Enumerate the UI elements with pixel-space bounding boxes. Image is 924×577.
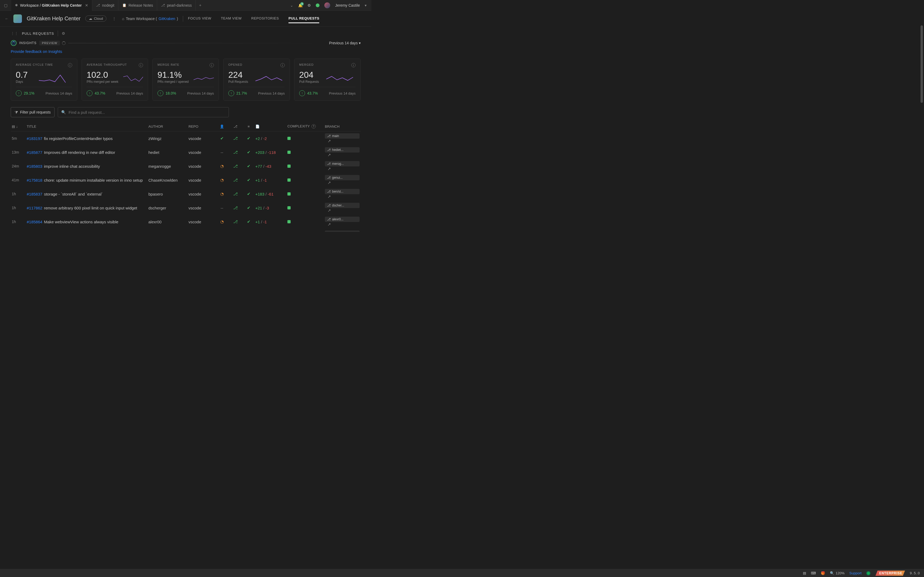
pr-id-link[interactable]: #184268 (27, 231, 42, 232)
branch-icon: ⎇ (327, 231, 331, 232)
table-row[interactable]: 41m #175818chore: update minimum install… (11, 173, 361, 187)
user-name[interactable]: Jeremy Castile (335, 3, 360, 8)
close-icon[interactable]: ✕ (85, 3, 88, 8)
folder-icon[interactable]: ▢ (0, 3, 11, 8)
calendar-icon: ▤ (12, 124, 15, 129)
diff-cell: +183 / -61 (255, 192, 288, 196)
trend: ↑18.0% (157, 90, 176, 96)
repo-cell: vscode (189, 206, 215, 210)
branch-pill[interactable]: ⎇ben/st... (325, 189, 360, 194)
feedback-link[interactable]: Provide feedback on Insights (11, 49, 62, 54)
external-link-icon[interactable]: ↗ (328, 194, 331, 199)
col-complexity[interactable]: COMPLEXITY? (288, 124, 325, 129)
external-link-icon[interactable]: ↗ (328, 153, 331, 157)
loading-icon (62, 41, 66, 45)
branch-pill[interactable]: ⎇dscher... (325, 203, 360, 208)
info-icon[interactable]: i (210, 63, 214, 67)
drag-handle-icon[interactable]: ⋮⋮ (11, 31, 18, 35)
notifications-icon[interactable]: 🔔9 (298, 3, 303, 8)
external-link-icon[interactable]: ↗ (328, 180, 331, 185)
stat-card: AVERAGE THROUGHPUTi 102.0PRs merged per … (82, 58, 148, 101)
tab[interactable]: ⎇pearl-darkness (157, 0, 196, 11)
back-icon[interactable]: ← (5, 16, 8, 21)
card-subtitle: Pull Requests (228, 80, 248, 84)
pr-id-link[interactable]: #185864 (27, 219, 42, 224)
info-icon[interactable]: i (281, 63, 285, 67)
repo-cell: vscode (189, 136, 215, 141)
avatar[interactable] (324, 2, 330, 8)
nav-item[interactable]: PULL REQUESTS (289, 14, 319, 23)
sparkline (253, 73, 285, 84)
clock-icon: ◔ (220, 192, 224, 196)
tab[interactable]: 📋Release Notes (118, 0, 157, 11)
col-branch[interactable]: BRANCH (325, 124, 360, 129)
filter-button[interactable]: ⧩ Filter pull requests (11, 107, 55, 117)
tab[interactable]: ✱Workspace / GitKraken Help Center✕ (11, 0, 92, 11)
tab[interactable]: ⎇nodegit (92, 0, 118, 11)
pr-title-cell: #184268Expose the focused element and ch… (27, 231, 149, 232)
nav-item[interactable]: REPOSITORIES (251, 14, 279, 23)
table-row[interactable]: 13m #185877Improves diff rendering in ne… (11, 145, 361, 159)
chevron-down-icon[interactable]: ⌄ (290, 3, 293, 8)
info-icon[interactable]: i (68, 63, 72, 67)
external-link-icon[interactable]: ↗ (328, 222, 331, 227)
branch-pill[interactable]: ⎇merog... (325, 161, 360, 166)
pr-id-link[interactable]: #185837 (27, 192, 42, 196)
pr-id-link[interactable]: #117862 (27, 206, 42, 210)
table-row[interactable]: 24m #185803improve inline chat accessibi… (11, 159, 361, 173)
branch-pill[interactable]: ⎇genui... (325, 175, 360, 180)
divider (58, 31, 58, 36)
complexity-cell (288, 220, 325, 223)
table-row[interactable]: 1h #185864Make webviewView actions alway… (11, 215, 361, 229)
col-author[interactable]: AUTHOR (149, 124, 189, 129)
time-ago: 24m (12, 164, 27, 168)
more-menu-icon[interactable]: ⋮ (111, 16, 117, 21)
pr-id-link[interactable]: #185803 (27, 164, 42, 169)
section-settings-icon[interactable]: ⚙ (62, 31, 65, 35)
info-icon[interactable]: i (351, 63, 355, 67)
period-dropdown[interactable]: Previous 14 days ▾ (329, 41, 361, 45)
col-repo[interactable]: REPO (189, 124, 215, 129)
branch-pill[interactable]: ⎇tree-vi... (325, 230, 360, 232)
nav-item[interactable]: TEAM VIEW (221, 14, 241, 23)
search-box[interactable]: 🔍 (58, 107, 229, 117)
external-link-icon[interactable]: ↗ (328, 139, 331, 143)
branch-pill[interactable]: ⎇hediet... (325, 147, 360, 153)
info-icon[interactable]: i (139, 63, 143, 67)
complexity-indicator (288, 192, 291, 195)
card-value: 0.7 (16, 70, 27, 80)
nav-item[interactable]: FOCUS VIEW (188, 14, 211, 23)
tab-label: nodegit (102, 3, 115, 8)
search-input[interactable] (68, 107, 225, 117)
table-row[interactable]: 1h #117862remove arbitrary 600 pixel lim… (11, 201, 361, 215)
vertical-scrollbar[interactable] (921, 25, 923, 221)
col-title[interactable]: TITLE (27, 124, 149, 129)
cloud-pill[interactable]: ☁Cloud (85, 16, 107, 22)
scrollbar-thumb[interactable] (921, 25, 923, 103)
pr-id-link[interactable]: #185877 (27, 150, 42, 155)
user-menu-caret-icon[interactable]: ▾ (365, 3, 367, 8)
external-link-icon[interactable]: ↗ (328, 208, 331, 213)
author-cell: zWingz (149, 136, 189, 141)
external-link-icon[interactable]: ↗ (328, 166, 331, 171)
branch-cell: ⎇alexr0...↗ (325, 217, 360, 227)
sort-time[interactable]: ▤↓ (12, 124, 27, 129)
table-row[interactable]: 2h #184268Expose the focused element and… (11, 229, 361, 232)
trend-up-icon: ↑ (16, 90, 22, 96)
pr-id-link[interactable]: #183197 (27, 136, 42, 141)
table-row[interactable]: 5m #183197fix registerProfileContentHand… (11, 131, 361, 145)
pr-id-link[interactable]: #175818 (27, 178, 42, 182)
team-workspace-link[interactable]: GitKraken (158, 16, 175, 21)
branch-pill[interactable]: ⎇alexr0... (325, 217, 360, 222)
settings-icon[interactable]: ⚙ (307, 3, 311, 8)
pr-title: improve inline chat accessibility (44, 164, 100, 169)
diff-cell: +1 / -1 (255, 178, 288, 182)
branch-pill[interactable]: ⎇main (325, 133, 360, 139)
branch-icon: ⎇ (233, 164, 238, 169)
sparkline (32, 73, 72, 84)
table-row[interactable]: 1h #185837storage - `storeAll` and `exte… (11, 187, 361, 201)
time-ago: 5m (12, 136, 27, 140)
author-cell: ChaseKnowlden (149, 178, 189, 182)
add-tab-button[interactable]: ＋ (196, 3, 205, 8)
info-icon[interactable]: ? (312, 124, 316, 129)
